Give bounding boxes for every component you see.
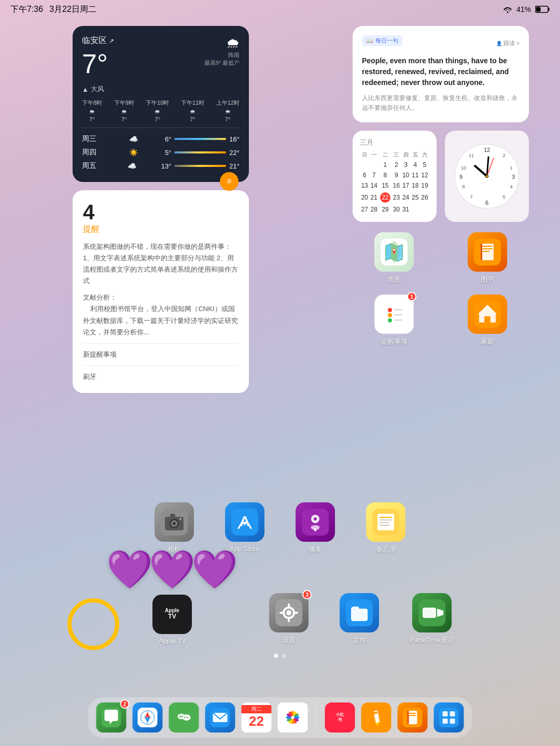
weather-widget[interactable]: 临安区 ↗ 7° 🌧 阵雨 最高9° 最低7° ▲大风 下午8时🌧7° 下午9时…	[73, 26, 249, 182]
weather-alert: ▲大风	[82, 85, 240, 94]
svg-rect-114	[408, 711, 409, 724]
app-podcast[interactable]: 播客	[296, 502, 335, 554]
app-files[interactable]: 文件	[340, 593, 379, 645]
svg-point-22	[393, 249, 395, 251]
dock-mail[interactable]	[205, 702, 235, 733]
app-maps[interactable]: 地图	[353, 232, 436, 284]
clock-widget[interactable]: 12 3 6 9 2 1 4 5 11 10 8 7	[445, 131, 529, 222]
reminder-widget[interactable]: 4 提醒 ≡ 系统架构图做的不错，现在需要你做的是两件事：1、用文字表述系统架构…	[73, 190, 249, 393]
svg-point-85	[183, 714, 191, 721]
app-camera[interactable]: 相机	[155, 502, 194, 554]
reminder-item-1: 系统架构图做的不错，现在需要你做的是两件事：1、用文字表述系统架构中的主要部分与…	[83, 241, 239, 287]
svg-point-20	[486, 175, 488, 177]
app-reminders-label: 提醒事项	[381, 337, 408, 346]
svg-point-30	[388, 308, 392, 312]
page-dots	[274, 654, 286, 658]
svg-text:书: 书	[338, 717, 342, 722]
quote-text-cn: 人比东西更需要修复、复原、恢复生机、改造和拯救，永远不要抛弃任何人。	[362, 93, 520, 113]
svg-rect-38	[484, 316, 491, 322]
app-appletv-label: Apple TV	[159, 637, 186, 645]
svg-rect-118	[443, 711, 448, 716]
svg-rect-2	[536, 7, 541, 12]
svg-rect-92	[283, 708, 303, 727]
svg-rect-72	[423, 608, 436, 618]
svg-point-45	[173, 522, 176, 525]
circle-decoration	[67, 598, 119, 650]
app-home-label: 家庭	[481, 337, 494, 346]
svg-text:10: 10	[461, 165, 466, 171]
svg-text:3: 3	[512, 174, 515, 180]
weather-location: 临安区 ↗	[82, 35, 114, 46]
calendar-today: 22	[380, 192, 390, 203]
right-apps-grid: 地图 图书 1	[353, 232, 529, 346]
app-settings[interactable]: 3 设置	[269, 593, 309, 645]
svg-point-87	[181, 716, 183, 717]
svg-rect-68	[279, 612, 284, 614]
reminders-badge: 1	[407, 292, 416, 301]
messages-badge: 2	[120, 699, 130, 709]
app-reminders[interactable]: 1 提醒事项	[353, 294, 436, 346]
svg-rect-69	[294, 612, 298, 614]
svg-rect-25	[482, 246, 493, 247]
svg-rect-34	[394, 314, 402, 316]
reminder-menu-button[interactable]: ≡	[220, 172, 239, 191]
status-bar: 下午7:36 3月22日周二 41%	[0, 0, 560, 19]
svg-text:1: 1	[510, 165, 512, 171]
dock-wechat[interactable]	[169, 702, 199, 733]
app-facetime-label: FaceTime通话	[410, 636, 453, 645]
svg-text:小红: 小红	[335, 712, 345, 717]
page-dot-1[interactable]	[274, 654, 278, 658]
dock-calendar[interactable]: 周二 22	[242, 702, 272, 733]
dock-pencil[interactable]	[361, 702, 391, 733]
heart-3: 💜	[191, 547, 238, 592]
calendar-month: 三月	[360, 138, 429, 147]
quote-widget[interactable]: 📖 每日一句 👤 跟读 > People, even more than thi…	[353, 26, 529, 122]
svg-text:7: 7	[470, 194, 472, 200]
calendar-widget[interactable]: 三月 日 一 二 三 四 五 六	[353, 131, 437, 222]
svg-text:9: 9	[459, 174, 463, 180]
hearts-display: 💜 💜 💜	[106, 547, 238, 592]
calendar-grid: 日 一 二 三 四 五 六 1	[360, 150, 429, 215]
svg-point-31	[388, 313, 392, 317]
weather-hourly: 下午8时🌧7° 下午9时🌧7° 下午10时🌧7° 下午11时🌧7° 上午12时🌧…	[82, 99, 240, 122]
app-notes[interactable]: 备忘录	[366, 502, 405, 554]
dock-divider	[316, 705, 317, 730]
dock-xiaohongshu[interactable]: 小红 书	[325, 702, 355, 733]
svg-rect-116	[409, 715, 416, 716]
dock-ibooks[interactable]	[398, 702, 428, 733]
svg-rect-121	[450, 719, 455, 724]
svg-rect-57	[380, 519, 392, 520]
app-books[interactable]: 图书	[446, 232, 529, 284]
app-appstore[interactable]: A App Store	[225, 502, 264, 554]
svg-rect-28	[481, 244, 482, 260]
dock-messages[interactable]: 2	[96, 702, 127, 733]
svg-point-52	[314, 517, 317, 520]
heart-2: 💜	[149, 547, 195, 592]
app-home[interactable]: 家庭	[446, 294, 529, 346]
weather-high-low: 最高9° 最低7°	[204, 59, 240, 67]
dock-safari[interactable]	[133, 702, 163, 733]
reminder-new-item: 新提醒事项	[83, 349, 239, 360]
dock-photos[interactable]	[278, 702, 308, 733]
svg-rect-59	[380, 525, 390, 526]
dock-calendar-weekday: 周二	[242, 705, 272, 713]
app-appletv[interactable]: Apple TV Apple TV	[152, 595, 192, 645]
quote-tag: 📖 每日一句	[362, 35, 402, 46]
quote-follow[interactable]: 👤 跟读 >	[496, 39, 520, 47]
quote-text-en: People, even more than things, have to b…	[362, 55, 520, 88]
svg-rect-120	[443, 719, 448, 724]
svg-rect-117	[439, 708, 459, 727]
dock-calendar-date: 22	[249, 713, 264, 729]
analog-clock: 12 3 6 9 2 1 4 5 11 10 8 7	[453, 143, 521, 210]
svg-rect-67	[288, 618, 290, 622]
svg-point-65	[286, 610, 291, 615]
dock-multiapp[interactable]	[434, 702, 464, 733]
svg-rect-29	[381, 301, 408, 328]
svg-rect-119	[450, 711, 455, 716]
right-widgets-column: 📖 每日一句 👤 跟读 > People, even more than thi…	[353, 26, 529, 346]
svg-rect-66	[288, 603, 290, 608]
status-icons: 41%	[503, 5, 550, 13]
page-dot-2[interactable]	[282, 654, 286, 658]
left-widgets-column: 临安区 ↗ 7° 🌧 阵雨 最高9° 最低7° ▲大风 下午8时🌧7° 下午9时…	[73, 26, 249, 393]
app-facetime[interactable]: FaceTime通话	[410, 593, 453, 645]
